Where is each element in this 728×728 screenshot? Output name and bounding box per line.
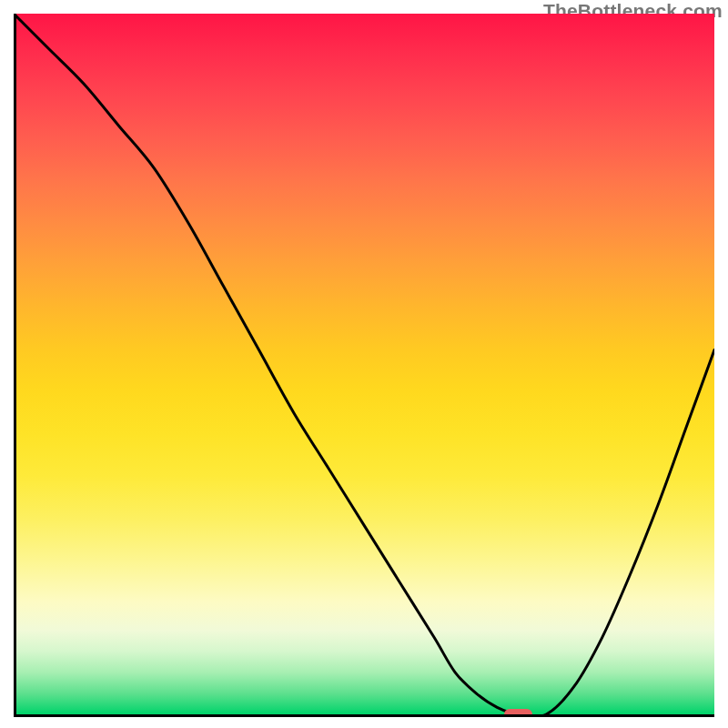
y-axis — [14, 14, 16, 714]
curve-layer — [14, 14, 714, 714]
bottleneck-curve-path — [14, 14, 714, 714]
x-axis — [14, 714, 714, 717]
bottleneck-chart: TheBottleneck.com — [0, 0, 728, 728]
plot-area — [14, 14, 714, 714]
